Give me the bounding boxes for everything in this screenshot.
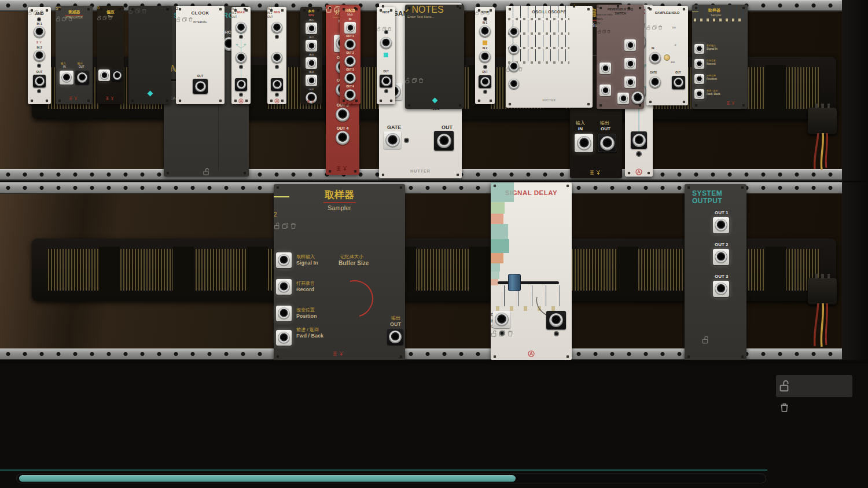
out-jack[interactable]	[380, 75, 392, 87]
out-jack[interactable]	[546, 311, 566, 329]
in-jack[interactable]	[575, 134, 593, 152]
step-4-jack[interactable]	[617, 93, 629, 104]
out-jack[interactable]	[598, 134, 616, 152]
module-action-icons[interactable]	[405, 78, 424, 83]
channel-2-jack[interactable]	[509, 44, 519, 54]
in-1-jack[interactable]	[271, 22, 282, 33]
signal-in-jack[interactable]	[276, 252, 292, 268]
in-jack[interactable]	[380, 37, 392, 49]
in-1-jack[interactable]	[306, 23, 317, 34]
fwd-back-jack[interactable]	[276, 330, 292, 346]
module-system-output[interactable]: SYSTEM OUTPUT OUT 1 OUT 2 OUT 3	[685, 184, 746, 360]
out-jack[interactable]	[631, 131, 647, 149]
out-jack[interactable]	[193, 79, 208, 94]
step-1-jack[interactable]	[624, 39, 636, 51]
tray-module-not[interactable]: NOT OUT	[377, 7, 395, 104]
switch-knob[interactable]	[601, 19, 622, 39]
step-2-jack[interactable]	[624, 58, 636, 69]
signal-in-jack[interactable]	[694, 44, 704, 54]
out-3-jack[interactable]	[336, 108, 350, 122]
clock-knob[interactable]	[185, 37, 216, 68]
out-jack[interactable]	[75, 71, 89, 85]
buffer-size-knob[interactable]	[727, 63, 746, 82]
module-action-icons[interactable]	[274, 222, 297, 229]
out-2-jack[interactable]	[344, 56, 356, 67]
in-1-jack[interactable]	[479, 25, 491, 37]
out-jack[interactable]	[434, 131, 454, 151]
in-2-jack[interactable]	[479, 51, 491, 63]
in-jack[interactable]	[98, 69, 110, 81]
tray-module-and[interactable]: AND IN 1 IN 2 OUT	[28, 7, 51, 104]
out-2-jack[interactable]	[713, 249, 729, 265]
bias-knob[interactable]	[102, 32, 119, 50]
out-jack[interactable]	[631, 91, 644, 104]
tray-scrollbar-track[interactable]	[16, 474, 766, 483]
in-2-jack[interactable]	[34, 50, 45, 61]
module-sampler[interactable]: 取样器 Sampler 取样输入 Signal In 打开录音 Record 改…	[274, 184, 405, 360]
in-jack[interactable]	[344, 22, 356, 34]
fwd-back-jack[interactable]	[694, 89, 704, 99]
gate-jack[interactable]	[649, 76, 661, 88]
out-jack[interactable]	[306, 92, 317, 104]
unlock-icon[interactable]	[203, 168, 209, 175]
tray-module-seq-switch[interactable]: REVERSIBLE SEQ SWITCH 4 SWITCH TRIG TRIG…	[597, 5, 644, 109]
out-1-jack[interactable]	[713, 217, 729, 233]
tray-module-notes[interactable]: NOTES Enter Text Here...	[405, 5, 464, 109]
tray-module-max[interactable]: MAX IN 1 IN 2 OUT	[231, 7, 251, 104]
out-3-jack[interactable]	[713, 281, 729, 297]
delay-slider-track[interactable]	[498, 281, 559, 284]
tray-module-xor[interactable]: XOR IN 1 IN 2 OUT	[475, 7, 495, 104]
tray-module-sampler[interactable]: 取样器 Sampler 取样输入 Signal In 打开录音 Record 改…	[692, 5, 748, 109]
in-jack[interactable]	[649, 52, 661, 64]
attenuator-knob[interactable]	[62, 35, 86, 58]
tray-module-min[interactable]: MIN IN 1 IN 2 OUT	[267, 7, 286, 104]
in-4-jack[interactable]	[306, 75, 317, 86]
out-4-jack[interactable]	[336, 131, 350, 145]
delay-slider-handle[interactable]	[508, 274, 521, 291]
tray-module-blank-panel[interactable]	[128, 6, 171, 104]
in-2-jack[interactable]	[236, 52, 247, 63]
tray-module-sample-hold[interactable]: SAMPLE&HOLD 100 0 -100 IN GATE OUT	[646, 6, 688, 105]
in-jack[interactable]	[493, 311, 510, 328]
in-2-jack[interactable]	[271, 52, 282, 63]
record-jack[interactable]	[694, 59, 704, 69]
out-jack[interactable]	[387, 329, 403, 345]
step-3-jack[interactable]	[624, 76, 636, 88]
unlock-icon[interactable]	[702, 336, 708, 344]
module-signal-delay[interactable]: SIGNAL DELAY DELAY IN OUT	[491, 182, 572, 360]
in-3-jack[interactable]	[306, 57, 317, 69]
gate-jack[interactable]	[384, 131, 401, 149]
tray-module-mult[interactable]: 分配器 Mult IN OUT 1 OUT 2 OUT 3 OUT 4	[340, 6, 361, 104]
channel-3-jack[interactable]	[509, 61, 519, 72]
tray-module-clock[interactable]: CLOCK INTERVAL 2 OUT	[176, 6, 225, 104]
out-jack[interactable]	[672, 76, 685, 89]
out-jack[interactable]	[235, 78, 247, 91]
in-1-jack[interactable]	[34, 26, 45, 38]
record-jack[interactable]	[276, 279, 292, 295]
in-jack[interactable]	[60, 71, 73, 85]
out-3-jack[interactable]	[344, 72, 356, 84]
tray-module-attenuator[interactable]: 衰减器 ATTENUATOR 50 输入 IN 输出 OUT	[56, 6, 93, 104]
out-jack[interactable]	[33, 75, 46, 87]
out-1-jack[interactable]	[344, 39, 356, 50]
out-jack[interactable]	[271, 78, 283, 91]
module-action-icons[interactable]	[646, 25, 663, 30]
out-jack[interactable]	[111, 69, 123, 81]
tray-module-bias[interactable]: 偏压 Bias 0	[97, 6, 124, 104]
buffer-size-display[interactable]: 2	[274, 211, 293, 221]
tray-scrollbar-thumb[interactable]	[19, 475, 516, 482]
cv-jack[interactable]	[599, 85, 611, 96]
module-action-icons[interactable]	[128, 8, 147, 14]
out-4-jack[interactable]	[344, 89, 356, 101]
trig-jack[interactable]	[599, 63, 611, 74]
position-jack[interactable]	[694, 74, 704, 84]
in-1-jack[interactable]	[236, 22, 247, 33]
out-jack[interactable]	[479, 75, 491, 88]
channel-1-jack[interactable]	[509, 27, 519, 37]
in-2-jack[interactable]	[306, 40, 317, 52]
tray-module-oscilloscope[interactable]: OSCILLOSCOPE HUTTER	[506, 6, 593, 108]
tray-module-nav[interactable]: 条件 NAV IN 1 IN 2 IN 3 IN 4 OUT	[300, 7, 322, 104]
notes-screen[interactable]: NOTES Enter Text Here...	[405, 5, 457, 75]
position-jack[interactable]	[276, 306, 292, 321]
channel-4-jack[interactable]	[509, 79, 519, 89]
